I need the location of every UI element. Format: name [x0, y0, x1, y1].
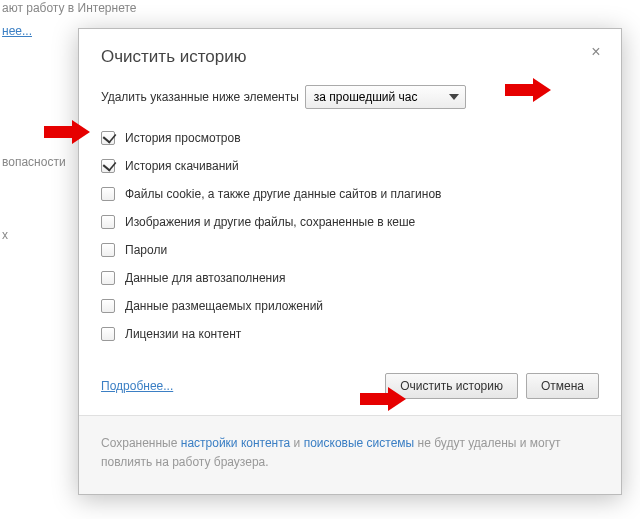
time-range-select[interactable]: за прошедший часза вчерашний деньза прош…: [305, 85, 466, 109]
bg-more-link[interactable]: нее...: [2, 24, 32, 38]
checkbox-label: Данные размещаемых приложений: [125, 299, 323, 313]
content-settings-link[interactable]: настройки контента: [181, 436, 291, 450]
clear-item-row[interactable]: История скачиваний: [101, 155, 599, 177]
checkbox[interactable]: [101, 131, 115, 145]
clear-item-row[interactable]: Пароли: [101, 239, 599, 261]
notice-bar: Сохраненные настройки контента и поисков…: [79, 415, 621, 494]
clear-items-list: История просмотровИстория скачиванийФайл…: [101, 127, 599, 345]
dialog-title: Очистить историю: [101, 47, 599, 67]
dialog-header: Очистить историю ×: [79, 29, 621, 85]
cancel-button[interactable]: Отмена: [526, 373, 599, 399]
clear-item-row[interactable]: Данные размещаемых приложений: [101, 295, 599, 317]
checkbox[interactable]: [101, 327, 115, 341]
bg-side2: х: [2, 228, 8, 242]
notice-text-1: Сохраненные: [101, 436, 181, 450]
bg-side1: вопасности: [2, 155, 66, 169]
checkbox[interactable]: [101, 215, 115, 229]
dialog-body: Удалить указанные ниже элементы за проше…: [79, 85, 621, 415]
bg-text: ают работу в Интернете: [2, 1, 136, 15]
learn-more-link[interactable]: Подробнее...: [101, 379, 173, 393]
clear-item-row[interactable]: История просмотров: [101, 127, 599, 149]
checkbox-label: Файлы cookie, а также другие данные сайт…: [125, 187, 441, 201]
clear-item-row[interactable]: Изображения и другие файлы, сохраненные …: [101, 211, 599, 233]
time-range-row: Удалить указанные ниже элементы за проше…: [101, 85, 599, 109]
button-row: Очистить историю Отмена: [385, 373, 599, 399]
prompt-label: Удалить указанные ниже элементы: [101, 90, 299, 104]
notice-text-2: и: [290, 436, 303, 450]
clear-item-row[interactable]: Лицензии на контент: [101, 323, 599, 345]
clear-item-row[interactable]: Данные для автозаполнения: [101, 267, 599, 289]
clear-history-dialog: Очистить историю × Удалить указанные ниж…: [78, 28, 622, 495]
checkbox-label: Данные для автозаполнения: [125, 271, 285, 285]
close-icon[interactable]: ×: [587, 43, 605, 61]
clear-history-button[interactable]: Очистить историю: [385, 373, 518, 399]
checkbox-label: Изображения и другие файлы, сохраненные …: [125, 215, 415, 229]
checkbox-label: Пароли: [125, 243, 167, 257]
search-engines-link[interactable]: поисковые системы: [304, 436, 415, 450]
clear-item-row[interactable]: Файлы cookie, а также другие данные сайт…: [101, 183, 599, 205]
checkbox-label: Лицензии на контент: [125, 327, 241, 341]
checkbox-label: История скачиваний: [125, 159, 239, 173]
dialog-footer: Подробнее... Очистить историю Отмена: [101, 373, 599, 399]
checkbox[interactable]: [101, 159, 115, 173]
checkbox[interactable]: [101, 271, 115, 285]
checkbox[interactable]: [101, 243, 115, 257]
checkbox[interactable]: [101, 187, 115, 201]
time-range-select-wrap: за прошедший часза вчерашний деньза прош…: [305, 85, 466, 109]
checkbox-label: История просмотров: [125, 131, 241, 145]
checkbox[interactable]: [101, 299, 115, 313]
